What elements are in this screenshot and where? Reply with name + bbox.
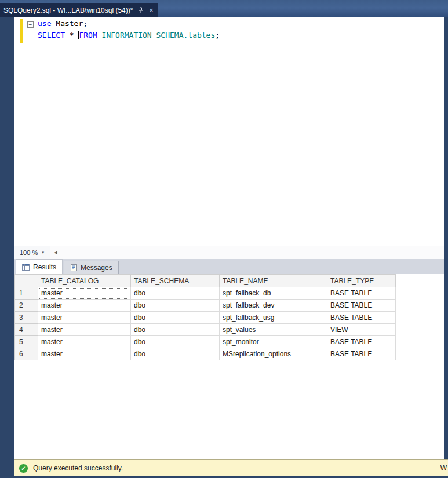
- row-header[interactable]: 5: [15, 336, 38, 348]
- row-header[interactable]: 4: [15, 324, 38, 336]
- row-header[interactable]: 2: [15, 300, 38, 312]
- grid-cell[interactable]: master: [38, 348, 131, 360]
- grid-cell[interactable]: dbo: [131, 300, 220, 312]
- results-tab-strip: Results Messages: [14, 259, 444, 274]
- grid-corner-cell[interactable]: [15, 275, 38, 287]
- sql-text: *: [65, 31, 78, 39]
- document-tab[interactable]: SQLQuery2.sql - WI...LAB\win10sql (54))*…: [0, 3, 158, 17]
- grid-cell[interactable]: BASE TABLE: [327, 336, 396, 348]
- document-tab-title: SQLQuery2.sql - WI...LAB\win10sql (54))*: [3, 6, 133, 14]
- code-line-1[interactable]: use Master;: [38, 18, 220, 30]
- query-editor[interactable]: − use Master; SELECT * FROM INFORMATION_…: [14, 17, 444, 246]
- status-bar-right: W: [435, 460, 447, 476]
- success-check-icon: ✓: [19, 464, 28, 473]
- sql-text: Master;: [51, 19, 88, 28]
- grid-cell[interactable]: VIEW: [327, 324, 396, 336]
- tab-results[interactable]: Results: [16, 259, 63, 274]
- table-row: 1 master dbo spt_fallback_db BASE TABLE: [15, 287, 396, 300]
- zoom-selector[interactable]: 100 % ▼: [14, 246, 50, 259]
- row-header[interactable]: 1: [15, 287, 38, 300]
- grid-cell[interactable]: BASE TABLE: [327, 287, 396, 300]
- grid-header-row: TABLE_CATALOG TABLE_SCHEMA TABLE_NAME TA…: [15, 275, 396, 287]
- results-grid-icon: [22, 264, 30, 271]
- tab-messages[interactable]: Messages: [64, 261, 119, 274]
- grid-cell[interactable]: master: [38, 287, 131, 300]
- grid-cell[interactable]: spt_fallback_usg: [220, 312, 327, 324]
- grid-cell[interactable]: dbo: [131, 336, 220, 348]
- table-row: 4 master dbo spt_values VIEW: [15, 324, 396, 336]
- sql-keyword: FROM: [79, 31, 97, 39]
- status-right-text: W: [440, 464, 447, 472]
- results-grid-container: TABLE_CATALOG TABLE_SCHEMA TABLE_NAME TA…: [14, 274, 396, 360]
- grid-cell[interactable]: dbo: [131, 287, 220, 300]
- column-header[interactable]: TABLE_NAME: [220, 275, 327, 287]
- row-header[interactable]: 6: [15, 348, 38, 360]
- editor-bottom-bar: 100 % ▼ ◀: [14, 246, 444, 259]
- grid-cell[interactable]: BASE TABLE: [327, 348, 396, 360]
- row-header[interactable]: 3: [15, 312, 38, 324]
- sql-keyword: SELECT: [38, 31, 65, 39]
- results-pane: Results Messages TABLE_CATAL: [14, 259, 444, 459]
- table-row: 2 master dbo spt_fallback_dev BASE TABLE: [15, 300, 396, 312]
- grid-cell[interactable]: dbo: [131, 348, 220, 360]
- close-icon[interactable]: ×: [149, 7, 153, 14]
- grid-cell[interactable]: spt_values: [220, 324, 327, 336]
- column-header[interactable]: TABLE_CATALOG: [38, 275, 131, 287]
- tab-messages-label: Messages: [81, 264, 112, 272]
- pin-icon[interactable]: [138, 7, 144, 13]
- horizontal-scrollbar[interactable]: ◀: [50, 246, 444, 259]
- grid-cell[interactable]: spt_monitor: [220, 336, 327, 348]
- status-message: Query executed successfully.: [33, 464, 123, 472]
- sql-system-object: INFORMATION_SCHEMA.tables: [97, 31, 216, 39]
- tab-results-label: Results: [33, 263, 56, 271]
- zoom-value: 100 %: [20, 249, 38, 256]
- grid-cell[interactable]: master: [38, 336, 131, 348]
- change-tracking-bar: [20, 19, 23, 43]
- grid-cell[interactable]: spt_fallback_dev: [220, 300, 327, 312]
- grid-cell[interactable]: BASE TABLE: [327, 312, 396, 324]
- status-bar: ✓ Query executed successfully. W: [14, 459, 448, 476]
- code-line-2[interactable]: SELECT * FROM INFORMATION_SCHEMA.tables;: [38, 30, 220, 41]
- table-row: 5 master dbo spt_monitor BASE TABLE: [15, 336, 396, 348]
- chevron-down-icon: ▼: [41, 251, 45, 254]
- status-separator: [435, 464, 435, 473]
- grid-cell[interactable]: MSreplication_options: [220, 348, 327, 360]
- column-header[interactable]: TABLE_TYPE: [327, 275, 396, 287]
- check-glyph: ✓: [21, 465, 26, 472]
- outline-collapse-glyph: −: [29, 23, 32, 27]
- sql-text: ;: [215, 31, 220, 39]
- grid-cell[interactable]: spt_fallback_db: [220, 287, 327, 300]
- sql-keyword: use: [38, 19, 51, 28]
- grid-cell[interactable]: master: [38, 312, 131, 324]
- column-header[interactable]: TABLE_SCHEMA: [131, 275, 220, 287]
- grid-cell[interactable]: master: [38, 300, 131, 312]
- code-area: use Master; SELECT * FROM INFORMATION_SC…: [38, 18, 220, 41]
- grid-cell[interactable]: dbo: [131, 312, 220, 324]
- scroll-left-icon[interactable]: ◀: [54, 250, 57, 255]
- document-tab-bar: SQLQuery2.sql - WI...LAB\win10sql (54))*…: [0, 0, 448, 17]
- results-grid: TABLE_CATALOG TABLE_SCHEMA TABLE_NAME TA…: [14, 274, 396, 360]
- outline-collapse-icon[interactable]: −: [27, 21, 34, 28]
- grid-cell[interactable]: BASE TABLE: [327, 300, 396, 312]
- table-row: 6 master dbo MSreplication_options BASE …: [15, 348, 396, 360]
- grid-cell[interactable]: master: [38, 324, 131, 336]
- messages-icon: [70, 264, 77, 271]
- table-row: 3 master dbo spt_fallback_usg BASE TABLE: [15, 312, 396, 324]
- ssms-window: SQLQuery2.sql - WI...LAB\win10sql (54))*…: [0, 0, 448, 478]
- grid-cell[interactable]: dbo: [131, 324, 220, 336]
